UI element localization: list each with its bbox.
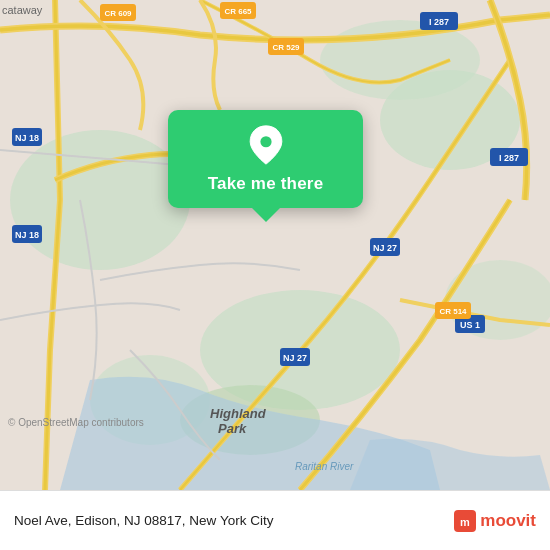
svg-text:Highland: Highland xyxy=(210,406,267,421)
svg-text:CR 529: CR 529 xyxy=(272,43,300,52)
take-me-there-button[interactable]: Take me there xyxy=(208,174,324,194)
map-container: I 287 I 287 NJ 18 NJ 18 NJ 27 NJ 27 US 1… xyxy=(0,0,550,490)
svg-text:Raritan River: Raritan River xyxy=(295,461,354,472)
moovit-logo: m moovit xyxy=(454,510,536,532)
svg-text:NJ 18: NJ 18 xyxy=(15,133,39,143)
bottom-bar: Noel Ave, Edison, NJ 08817, New York Cit… xyxy=(0,490,550,550)
svg-text:CR 665: CR 665 xyxy=(224,7,252,16)
moovit-logo-icon: m xyxy=(454,510,476,532)
moovit-logo-text: moovit xyxy=(480,511,536,531)
popup-card[interactable]: Take me there xyxy=(168,110,363,208)
svg-text:I 287: I 287 xyxy=(429,17,449,27)
address-label: Noel Ave, Edison, NJ 08817, New York Cit… xyxy=(14,513,273,528)
svg-text:cataway: cataway xyxy=(2,4,43,16)
svg-text:m: m xyxy=(460,516,470,528)
svg-text:NJ 18: NJ 18 xyxy=(15,230,39,240)
svg-text:CR 514: CR 514 xyxy=(439,307,467,316)
svg-point-1 xyxy=(10,130,190,270)
svg-text:Park: Park xyxy=(218,421,247,436)
copyright-text: © OpenStreetMap contributors xyxy=(8,417,144,428)
svg-text:NJ 27: NJ 27 xyxy=(283,353,307,363)
location-pin-icon xyxy=(245,124,287,166)
svg-text:I 287: I 287 xyxy=(499,153,519,163)
svg-text:NJ 27: NJ 27 xyxy=(373,243,397,253)
svg-text:CR 609: CR 609 xyxy=(104,9,132,18)
svg-point-34 xyxy=(260,136,271,147)
svg-text:US 1: US 1 xyxy=(460,320,480,330)
